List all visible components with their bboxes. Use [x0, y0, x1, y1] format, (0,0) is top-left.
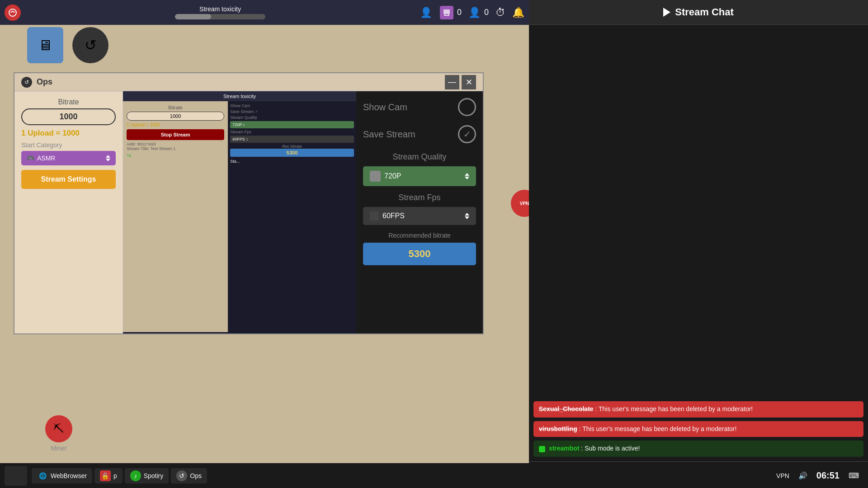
ops-window-header: ↺ Ops — ✕	[14, 73, 483, 91]
svg-rect-1	[443, 9, 450, 14]
volume-icon[interactable]: 🔊	[798, 471, 807, 480]
category-select[interactable]: 🎮 ASMR	[21, 151, 116, 165]
recommended-value: 5300	[363, 243, 476, 265]
spotiry-label: Spotiry	[144, 472, 164, 479]
taskbar-blank	[5, 466, 27, 486]
fps-dropdown-arrow	[465, 213, 469, 219]
chat-play-icon	[663, 8, 670, 17]
username-2: streambot	[549, 445, 580, 452]
chat-message-2: streambot : Sub mode is active!	[533, 441, 863, 457]
follower-icon: 👤	[468, 7, 481, 19]
swirl-character: ↺	[72, 27, 108, 63]
follower-section: 👤 0	[468, 7, 489, 19]
save-stream-row: Save Stream ✓	[363, 125, 476, 143]
ops-window-title: Ops	[37, 77, 52, 87]
follower-count: 0	[484, 8, 489, 17]
webbrowser-icon: 🌐	[37, 470, 48, 481]
bitrate-input[interactable]	[21, 108, 116, 125]
upload-label: 1 Upload = 1000	[21, 129, 116, 138]
recommended-label: Recommended bitrate	[363, 232, 476, 239]
app-logo	[5, 5, 21, 21]
miner-name: Miner	[45, 445, 72, 452]
quality-dropdown-arrow	[465, 173, 469, 179]
chat-message-0: Sexual_Chocolate : This user's message h…	[533, 401, 863, 418]
fps-value: 60FPS	[382, 212, 405, 220]
bitrate-label: Bitrate	[21, 98, 116, 106]
username-0: Sexual_Chocolate	[539, 405, 594, 413]
chat-header: Stream Chat	[529, 0, 868, 25]
category-label: Start Category	[21, 141, 116, 149]
spotiry-icon: ♪	[130, 470, 141, 481]
miner-avatar: ⛏	[45, 415, 72, 442]
q-icon: ⌨	[849, 471, 859, 480]
game-characters: 🖥 ↺	[27, 27, 108, 63]
viewer-count: 0	[457, 8, 462, 17]
chat-title: Stream Chat	[675, 6, 734, 18]
chat-messages: Sexual_Chocolate : This user's message h…	[529, 197, 868, 461]
quality-icon	[370, 171, 381, 182]
toxicity-section: Stream toxicity	[28, 5, 413, 19]
bot-check-icon	[539, 446, 545, 452]
show-cam-toggle[interactable]	[458, 98, 476, 116]
viewer-section: 0	[440, 6, 462, 19]
category-dropdown-arrow	[106, 155, 110, 161]
viewer-icon	[440, 6, 453, 19]
svg-point-0	[9, 9, 16, 16]
top-bar: Stream toxicity 👤 0 👤 0 ⏱ 🔔	[0, 0, 529, 25]
quality-value: 720P	[384, 172, 401, 180]
nested-status: Sta...	[230, 159, 354, 164]
close-button[interactable]: ✕	[462, 75, 476, 89]
message-text-2: : Sub mode is active!	[581, 445, 640, 452]
p-app-icon: 🔒	[100, 470, 111, 481]
nested-stop-stream: Stop Stream	[127, 129, 224, 140]
ops-left-panel: Bitrate 1 Upload = 1000 Start Category 🎮…	[14, 91, 123, 333]
ops-window-logo: ↺	[21, 77, 32, 88]
p-app-label: p	[113, 472, 117, 479]
chat-message-1: virusbottling : This user's message has …	[533, 421, 863, 437]
fps-icon	[370, 211, 379, 221]
taskbar-ops[interactable]: ↺ Ops	[171, 468, 207, 483]
username-1: virusbottling	[539, 425, 577, 432]
minimize-button[interactable]: —	[445, 75, 459, 89]
stream-settings-button[interactable]: Stream Settings	[21, 170, 116, 189]
ops-label: Ops	[190, 472, 202, 479]
message-text-1: : This user's message has been deleted b…	[579, 425, 737, 432]
timer-icon: ⏱	[495, 7, 505, 19]
taskbar-p-app[interactable]: 🔒 p	[94, 468, 123, 483]
message-text-0: : This user's message has been deleted b…	[595, 405, 753, 413]
show-cam-label: Show Cam	[363, 102, 407, 113]
monitor-character: 🖥	[27, 27, 63, 63]
webbrowser-label: WebBrowser	[51, 472, 87, 479]
time-label: 06:51	[816, 470, 840, 481]
miner-section: ⛏ Miner	[45, 415, 72, 452]
category-value: ASMR	[37, 155, 55, 162]
toxicity-label: Stream toxicity	[199, 5, 241, 13]
taskbar-spotiry[interactable]: ♪ Spotiry	[125, 468, 169, 483]
vpn-label: VPN	[776, 472, 789, 479]
chat-panel: Stream Chat ▶ 00 : 00 1 Burkinelectric 0…	[529, 0, 868, 488]
ops-icon: ↺	[176, 470, 187, 481]
nested-bitrate-val: 5300	[230, 149, 354, 157]
nested-ya: Ya	[127, 153, 224, 158]
ops-preview-area: Stream toxicity Bitrate 1000 1 Upload = …	[123, 91, 356, 333]
show-cam-row: Show Cam	[363, 98, 476, 116]
alert-icon: 🔔	[512, 7, 524, 19]
person-icon: 👤	[420, 6, 433, 19]
save-stream-label: Save Stream	[363, 129, 415, 140]
quality-section-label: Stream Quality	[363, 152, 476, 162]
toxicity-bar	[175, 14, 265, 19]
fps-select[interactable]: 60FPS	[363, 207, 476, 225]
ops-window-content: Bitrate 1 Upload = 1000 Start Category 🎮…	[14, 91, 483, 333]
taskbar-webbrowser[interactable]: 🌐 WebBrowser	[32, 468, 92, 483]
quality-select[interactable]: 720P	[363, 166, 476, 186]
save-stream-toggle[interactable]: ✓	[458, 125, 476, 143]
ops-right-panel: Show Cam Save Stream ✓ Stream Quality 72…	[356, 91, 483, 333]
nested-toxicity-label: Stream toxicity	[223, 94, 256, 99]
ops-window: ↺ Ops — ✕ Bitrate 1 Upload = 1000 Start …	[14, 72, 484, 334]
taskbar: 🌐 WebBrowser 🔒 p ♪ Spotiry ↺ Ops	[0, 463, 529, 488]
chat-status-bar: VPN 🔊 06:51 ⌨	[529, 463, 868, 488]
fps-section-label: Stream Fps	[363, 193, 476, 202]
toxicity-fill	[175, 14, 211, 19]
